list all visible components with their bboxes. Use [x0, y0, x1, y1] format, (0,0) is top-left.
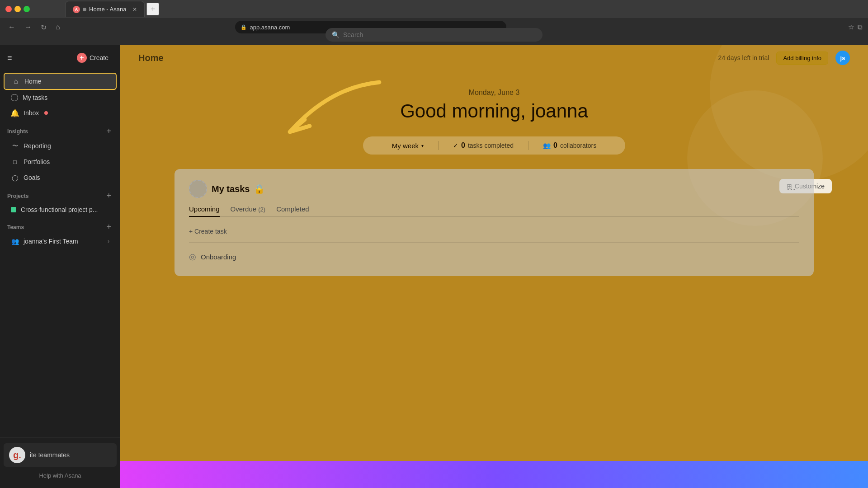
create-icon: + — [77, 53, 87, 63]
help-label: Help with Asana — [39, 472, 81, 479]
refresh-button[interactable]: ↻ — [38, 21, 49, 33]
traffic-lights — [5, 6, 30, 12]
tasks-title: My tasks 🔒 — [212, 183, 265, 194]
tab-unsaved-indicator — [83, 8, 86, 11]
traffic-light-yellow[interactable] — [14, 6, 21, 12]
inbox-badge — [44, 111, 48, 115]
browser-tab[interactable]: A Home - Asana ✕ — [65, 1, 145, 17]
new-tab-button[interactable]: + — [146, 3, 159, 15]
team-label: joanna's First Team — [24, 238, 78, 245]
inbox-icon: 🔔 — [11, 109, 19, 117]
tab-overdue-label: Overdue — [231, 205, 257, 213]
week-label: My week — [392, 142, 419, 150]
sidebar-item-cross-functional[interactable]: Cross-functional project p... — [4, 203, 117, 216]
invite-avatar: g. — [9, 447, 25, 463]
extensions-button[interactable]: ⧉ — [858, 23, 863, 31]
tasks-title-text: My tasks — [212, 184, 250, 194]
sidebar-item-my-tasks-label: My tasks — [23, 94, 47, 101]
check-icon: ✓ — [453, 142, 458, 149]
stats-bar: My week ▾ ✓ 0 tasks completed 👥 0 collab… — [363, 136, 625, 155]
traffic-light-green[interactable] — [24, 6, 30, 12]
insights-add-button[interactable]: + — [104, 127, 113, 136]
sidebar-item-portfolios-label: Portfolios — [24, 158, 50, 165]
projects-section-label: Projects — [7, 193, 28, 199]
sidebar-item-reporting-label: Reporting — [24, 142, 51, 150]
task-check-icon: ◎ — [189, 252, 196, 262]
main-content: Home 24 days left in trial Add billing i… — [120, 45, 868, 488]
collaborators-count: 0 — [553, 141, 557, 150]
search-container[interactable]: 🔍 — [326, 28, 542, 42]
date-display: Monday, June 3 — [156, 89, 832, 97]
tab-title: Home - Asana — [89, 6, 126, 13]
app: ≡ + Create ⌂ Home My tasks 🔔 Inbox — [0, 45, 868, 488]
tasks-completed-stat: ✓ 0 tasks completed — [453, 141, 514, 150]
bookmark-button[interactable]: ☆ — [848, 23, 854, 31]
traffic-light-red[interactable] — [5, 6, 12, 12]
projects-add-button[interactable]: + — [104, 191, 113, 201]
teams-add-button[interactable]: + — [104, 222, 113, 232]
trial-text: 24 days left in trial — [718, 54, 769, 61]
sidebar-item-reporting[interactable]: 〜 Reporting — [4, 138, 117, 154]
address-text: app.asana.com — [250, 24, 290, 31]
project-color-dot — [11, 207, 16, 212]
collaborators-stat: 👥 0 collaborators — [543, 141, 596, 150]
user-avatar[interactable]: js — [835, 51, 850, 65]
sidebar-item-my-tasks[interactable]: My tasks — [4, 90, 117, 105]
home-button[interactable]: ⌂ — [53, 21, 63, 33]
create-task-label: + Create task — [189, 228, 227, 235]
greeting-text: Good morning, joanna — [156, 100, 832, 122]
tasks-card-header: My tasks 🔒 ⋯ — [189, 180, 799, 198]
stats-divider-1 — [438, 141, 439, 150]
tasks-tabs: Upcoming Overdue (2) Completed — [189, 205, 799, 217]
tab-overdue[interactable]: Overdue (2) — [231, 205, 266, 216]
tab-completed-label: Completed — [276, 205, 309, 213]
create-task-button[interactable]: + Create task — [189, 224, 227, 239]
tasks-more-button[interactable]: ⋯ — [783, 182, 799, 196]
lock-icon: 🔒 — [241, 24, 247, 30]
back-button[interactable]: ← — [5, 21, 18, 33]
week-dropdown[interactable]: My week ▾ — [392, 142, 424, 150]
insights-section-label: Insights — [7, 128, 28, 135]
team-icon: 👥 — [11, 237, 19, 245]
task-item-label: Onboarding — [201, 253, 236, 261]
sidebar-item-portfolios[interactable]: □ Portfolios — [4, 154, 117, 169]
sidebar-item-goals[interactable]: ◯ Goals — [4, 170, 117, 185]
search-input[interactable] — [343, 31, 536, 38]
add-billing-button[interactable]: Add billing info — [776, 52, 828, 65]
task-item-onboarding[interactable]: ◎ Onboarding — [189, 248, 799, 265]
title-bar: A Home - Asana ✕ + — [0, 0, 868, 18]
stats-divider-2 — [528, 141, 528, 150]
portfolios-icon: □ — [11, 158, 19, 166]
sidebar-header: ≡ + Create — [0, 45, 120, 70]
sidebar-item-first-team[interactable]: 👥 joanna's First Team › — [4, 234, 117, 249]
goals-icon: ◯ — [11, 174, 19, 182]
forward-button[interactable]: → — [22, 21, 34, 33]
trial-area: 24 days left in trial Add billing info j… — [718, 51, 850, 65]
tab-upcoming[interactable]: Upcoming — [189, 205, 220, 216]
sidebar-item-inbox-label: Inbox — [24, 109, 39, 117]
my-tasks-icon — [11, 94, 18, 101]
tab-overdue-badge: (2) — [258, 206, 265, 213]
tasks-avatar — [189, 180, 207, 198]
collaborators-icon: 👥 — [543, 142, 551, 149]
create-button[interactable]: + Create — [72, 50, 113, 66]
task-divider — [189, 242, 799, 243]
invite-label: ite teammates — [30, 451, 70, 459]
tab-close[interactable]: ✕ — [132, 6, 137, 13]
sidebar-item-goals-label: Goals — [24, 174, 40, 181]
sidebar-item-inbox[interactable]: 🔔 Inbox — [4, 105, 117, 121]
sidebar-item-home[interactable]: ⌂ Home — [4, 73, 117, 90]
reporting-icon: 〜 — [11, 142, 19, 150]
home-greeting-area: Monday, June 3 Good morning, joanna My w… — [120, 70, 868, 285]
sidebar-item-home-label: Home — [24, 78, 41, 85]
help-link[interactable]: Help with Asana — [4, 469, 117, 483]
home-icon: ⌂ — [12, 77, 20, 85]
tab-completed[interactable]: Completed — [276, 205, 309, 216]
invite-teammates-button[interactable]: g. ite teammates — [4, 443, 117, 467]
main-top-bar: Home 24 days left in trial Add billing i… — [120, 45, 868, 70]
team-expand-icon: › — [108, 238, 109, 244]
hamburger-button[interactable]: ≡ — [7, 53, 12, 63]
search-icon: 🔍 — [332, 31, 340, 38]
page-title: Home — [138, 53, 164, 63]
week-dropdown-arrow: ▾ — [421, 143, 424, 148]
